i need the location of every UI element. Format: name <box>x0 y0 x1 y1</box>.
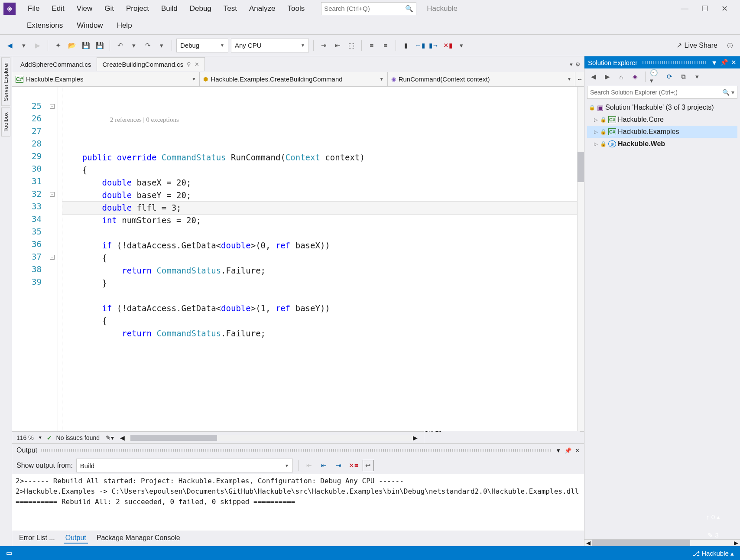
zoom-combo[interactable]: 116 % <box>16 434 34 441</box>
save-button[interactable]: 💾 <box>80 40 91 51</box>
configuration-combo[interactable]: Debug▼ <box>176 39 228 52</box>
git-push-indicator[interactable]: ↑ 0 ▴ <box>706 513 720 521</box>
menu-file[interactable]: File <box>22 3 45 15</box>
menu-test[interactable]: Test <box>217 3 243 15</box>
project-node[interactable]: ▷🔒C# Hackuble.Examples <box>587 126 737 138</box>
output-icon-1[interactable]: ⇤ <box>304 460 315 471</box>
live-share-button[interactable]: ↗ Live Share <box>672 39 722 51</box>
output-prev-icon[interactable]: ⇤ <box>318 460 330 471</box>
csharp-icon: C# <box>16 76 23 83</box>
codelens[interactable]: 2 references | 0 exceptions <box>62 114 577 126</box>
expand-icon[interactable]: ▷ <box>593 129 598 135</box>
menu-build[interactable]: Build <box>155 3 184 15</box>
menu-window[interactable]: Window <box>71 20 109 32</box>
bottom-tab[interactable]: Error List ... <box>17 533 57 544</box>
clear-bookmark-icon[interactable]: ✕▮ <box>442 40 453 51</box>
doc-tab[interactable]: AddSphereCommand.cs <box>15 57 97 71</box>
expand-icon[interactable]: ▷ <box>593 141 598 147</box>
step-out-icon[interactable]: ⬚ <box>346 40 357 51</box>
solution-icon: ▣ <box>597 104 604 112</box>
output-clear-icon[interactable]: ✕≡ <box>348 460 359 471</box>
project-node[interactable]: ▷🔒C# Hackuble.Core <box>587 114 737 126</box>
indent-icon[interactable]: ≡ <box>366 40 377 51</box>
menu-project[interactable]: Project <box>120 3 155 15</box>
bookmark-icon[interactable]: ▮ <box>400 40 412 51</box>
solex-more-icon[interactable]: ▾ <box>691 71 703 82</box>
back-button[interactable]: ◀ <box>4 40 16 51</box>
annotation-icon[interactable]: ✎▾ <box>106 434 114 441</box>
feedback-icon[interactable]: ☺ <box>724 40 736 51</box>
step-over-icon[interactable]: ⇤ <box>332 40 343 51</box>
output-next-icon[interactable]: ⇥ <box>333 460 344 471</box>
bottom-tab[interactable]: Package Manager Console <box>95 533 182 544</box>
git-repo-indicator[interactable]: ⎇ Hackuble ▴ <box>692 550 734 557</box>
quick-search-input[interactable]: Search (Ctrl+Q) 🔍 <box>321 2 416 15</box>
outdent-icon[interactable]: ≡ <box>380 40 391 51</box>
menu-tools[interactable]: Tools <box>282 3 311 15</box>
pin-icon[interactable]: 📌 <box>565 447 571 454</box>
horizontal-scrollbar[interactable]: ◀▶ <box>120 435 418 441</box>
new-project-button[interactable]: ✦ <box>52 40 64 51</box>
solex-collapse-icon[interactable]: ⧉ <box>678 71 689 82</box>
next-bookmark-icon[interactable]: ▮→ <box>428 40 439 51</box>
solex-home-icon[interactable]: ⌂ <box>616 71 627 82</box>
output-text[interactable]: 2>------ Rebuild All started: Project: H… <box>12 474 584 531</box>
menu-git[interactable]: Git <box>98 3 120 15</box>
namespace-combo[interactable]: C# Hackuble.Examples▼ <box>12 72 200 86</box>
close-button[interactable]: ✕ <box>721 4 728 13</box>
solex-search-input[interactable]: Search Solution Explorer (Ctrl+;) 🔍 ▾ <box>587 86 737 99</box>
project-node[interactable]: ▷🔒⊕ Hackuble.Web <box>587 138 737 150</box>
minimize-button[interactable]: — <box>681 4 688 13</box>
menu-analyze[interactable]: Analyze <box>243 3 281 15</box>
solex-close-icon[interactable]: ✕ <box>731 59 737 66</box>
overflow-icon[interactable]: ▾ <box>456 40 467 51</box>
redo-button[interactable]: ↷ <box>142 40 153 51</box>
solution-root[interactable]: 🔒▣ Solution 'Hackuble' (3 of 3 projects) <box>587 101 737 114</box>
solex-hscroll-left[interactable]: ◀ <box>584 540 592 546</box>
code-editor[interactable]: 2 references | 0 exceptions public overr… <box>62 87 577 431</box>
git-changes-indicator[interactable]: ✎ 3 <box>708 531 719 539</box>
doc-tab[interactable]: CreateBuildingCommand.cs⚲✕ <box>97 57 205 71</box>
menu-extensions[interactable]: Extensions <box>21 20 69 32</box>
open-button[interactable]: 📂 <box>66 40 78 51</box>
close-tab-icon[interactable]: ✕ <box>195 61 199 68</box>
forward-button[interactable]: ▶ <box>32 40 43 51</box>
bottom-tab[interactable]: Output <box>64 533 88 544</box>
solex-history-icon[interactable]: 🕘▾ <box>650 71 661 82</box>
solex-back-icon[interactable]: ◀ <box>588 71 599 82</box>
output-source-combo[interactable]: Build▼ <box>76 459 293 472</box>
solex-sync-icon[interactable]: ◈ <box>630 71 641 82</box>
solex-pin-icon[interactable]: 📌 <box>720 59 728 66</box>
save-all-button[interactable]: 💾 <box>94 40 105 51</box>
tab-options-icon[interactable]: ⚙ <box>575 61 581 68</box>
vertical-scrollbar[interactable] <box>577 87 584 431</box>
solex-refresh-icon[interactable]: ⟳ <box>664 71 675 82</box>
menu-debug[interactable]: Debug <box>184 3 217 15</box>
redo-dropdown[interactable]: ▾ <box>156 40 167 51</box>
fold-column[interactable]: −−− <box>47 87 58 431</box>
method-combo[interactable]: ◉ RunCommand(Context context)▼ <box>388 72 575 86</box>
issues-text[interactable]: No issues found <box>56 434 100 441</box>
step-into-icon[interactable]: ⇥ <box>318 40 329 51</box>
menu-view[interactable]: View <box>71 3 99 15</box>
undo-button[interactable]: ↶ <box>114 40 126 51</box>
menu-edit[interactable]: Edit <box>45 3 70 15</box>
menu-help[interactable]: Help <box>111 20 138 32</box>
undo-dropdown[interactable]: ▾ <box>128 40 140 51</box>
rail-server-explorer[interactable]: Server Explorer <box>1 57 10 106</box>
back-dropdown[interactable]: ▾ <box>18 40 29 51</box>
prev-bookmark-icon[interactable]: ←▮ <box>414 40 425 51</box>
maximize-button[interactable]: ☐ <box>701 4 708 13</box>
output-wrap-icon[interactable]: ↩ <box>363 460 374 471</box>
split-editor-icon[interactable]: ↔ <box>575 72 584 86</box>
output-dropdown-icon[interactable]: ▼ <box>555 447 561 454</box>
active-files-dropdown[interactable]: ▾ <box>570 61 573 68</box>
solex-dropdown-icon[interactable]: ▼ <box>711 59 717 66</box>
class-combo[interactable]: ⬢ Hackuble.Examples.CreateBuildingComman… <box>200 72 387 86</box>
pin-icon[interactable]: ⚲ <box>187 61 191 68</box>
solex-fwd-icon[interactable]: ▶ <box>602 71 613 82</box>
rail-toolbox[interactable]: Toolbox <box>1 107 10 137</box>
platform-combo[interactable]: Any CPU▼ <box>231 39 309 52</box>
close-panel-icon[interactable]: ✕ <box>575 447 580 454</box>
expand-icon[interactable]: ▷ <box>593 117 598 123</box>
